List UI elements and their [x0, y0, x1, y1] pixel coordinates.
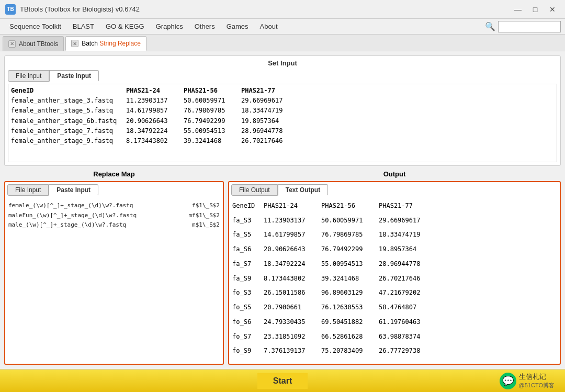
output-cell: 39.3241468	[321, 274, 379, 288]
set-input-data-area[interactable]: GeneIDPHAS21-24PHAS21-56PHAS21-77female_…	[8, 84, 557, 162]
tab-close-about[interactable]: ✕	[8, 40, 16, 48]
output-cell: 11.23903137	[264, 216, 321, 230]
bottom-panels: Replace Map File Input Paste Input femal…	[4, 170, 561, 365]
replace-map-box: File Input Paste Input female_(\w)[^_]+_…	[4, 181, 224, 365]
output-cell: fa_S3	[232, 216, 264, 230]
watermark-sub: @51CTO博客	[519, 382, 555, 389]
set-input-file-tab[interactable]: File Input	[8, 70, 49, 82]
output-cell: 61.19760463	[379, 317, 436, 332]
tab-bar: ✕ About TBtools ✕ Batch String Replace	[0, 35, 565, 51]
search-area: 🔍	[485, 21, 561, 32]
output-cell: 96.89603129	[321, 288, 379, 303]
replace-map-tabs: File Input Paste Input	[7, 184, 221, 196]
set-input-title: Set Input	[8, 59, 557, 67]
replace-map-title: Replace Map	[4, 170, 224, 178]
output-cell: PHAS21-56	[321, 201, 379, 216]
tab-about-label: About TBtools	[19, 40, 58, 48]
output-cell: 18.33474719	[379, 230, 436, 244]
output-cell: 23.31851092	[264, 332, 321, 346]
title-bar: TB TBtools (Toolbox for Biologists) v0.6…	[0, 0, 565, 19]
output-cell: 20.7900661	[264, 303, 321, 317]
tab-about-tbtools[interactable]: ✕ About TBtools	[3, 36, 64, 51]
replace-map-panel: Replace Map File Input Paste Input femal…	[4, 170, 224, 365]
menu-go-kegg[interactable]: GO & KEGG	[100, 20, 150, 32]
output-cell: fa_S5	[232, 230, 264, 244]
output-cell: fo_S3	[232, 288, 264, 303]
output-cell: fo_S9	[232, 346, 264, 361]
search-button[interactable]: 🔍	[485, 21, 495, 31]
replace-row: maleFun_(\w)[^_]+_stage_(\d)\w?.fastqmf$…	[8, 211, 220, 221]
watermark: 💬 生信札记 @51CTO博客	[500, 372, 555, 389]
set-input-row: female_anther_stage_9.fastq8.17344380239…	[11, 136, 554, 146]
menu-blast[interactable]: BLAST	[67, 20, 99, 32]
output-cell: PHAS21-77	[379, 201, 436, 216]
menu-sequence-toolkit[interactable]: Sequence Toolkit	[4, 20, 66, 32]
replace-row: male_(\w)[^_]+_stage_(\d)\w?.fastqm$1\_S…	[8, 220, 220, 230]
set-input-row: GeneIDPHAS21-24PHAS21-56PHAS21-77	[11, 86, 554, 96]
watermark-name: 生信札记	[519, 372, 555, 382]
output-cell: 19.8957364	[379, 244, 436, 259]
set-input-section: Set Input File Input Paste Input GeneIDP…	[4, 55, 561, 166]
output-cell: 8.173443802	[264, 274, 321, 288]
output-text-tab[interactable]: Text Output	[278, 184, 328, 196]
output-cell: 55.00954513	[321, 259, 379, 274]
output-cell: 76.79869785	[321, 230, 379, 244]
output-cell: 76.79492299	[321, 244, 379, 259]
tab-close-batch[interactable]: ✕	[71, 40, 78, 47]
output-cell: 29.66969617	[379, 216, 436, 230]
replace-file-tab[interactable]: File Input	[7, 184, 49, 196]
output-cell: fo_S5	[232, 303, 264, 317]
output-panel: Output File Output Text Output GeneIDPHA…	[228, 170, 561, 365]
set-input-row: female_anther_stage_6b.fastq20.906266437…	[11, 116, 554, 126]
output-cell: fa_S9	[232, 274, 264, 288]
output-cell: PHAS21-24	[264, 201, 321, 216]
set-input-tabs: File Input Paste Input	[8, 70, 557, 82]
menu-others[interactable]: Others	[189, 20, 220, 32]
menu-games[interactable]: Games	[221, 20, 254, 32]
set-input-paste-tab[interactable]: Paste Input	[49, 70, 99, 82]
restore-button[interactable]: □	[528, 3, 543, 16]
output-box: File Output Text Output GeneIDPHAS21-24P…	[228, 181, 561, 365]
output-cell: 75.20783409	[321, 346, 379, 361]
start-bar: Start 💬 生信札记 @51CTO博客	[0, 369, 565, 392]
output-cell: fa_S7	[232, 259, 264, 274]
start-button[interactable]: Start	[257, 373, 308, 389]
title-bar-left: TB TBtools (Toolbox for Biologists) v0.6…	[5, 4, 140, 15]
replace-row: female_(\w)[^_]+_stage_(\d)\w?.fastqf$1\…	[8, 201, 220, 211]
menu-graphics[interactable]: Graphics	[151, 20, 188, 32]
output-cell: 66.52861628	[321, 332, 379, 346]
minimize-button[interactable]: —	[511, 3, 525, 16]
output-cell: 63.98878374	[379, 332, 436, 346]
window-title: TBtools (Toolbox for Biologists) v0.6742	[20, 5, 140, 13]
output-cell: 7.376139137	[264, 346, 321, 361]
output-cell: 14.61799857	[264, 230, 321, 244]
tab-batch-word: Batch	[82, 40, 99, 47]
output-cell: 24.79330435	[264, 317, 321, 332]
window-controls: — □ ✕	[511, 3, 560, 16]
output-cell: 20.90626643	[264, 244, 321, 259]
tab-string-word: String Replace	[99, 40, 141, 47]
output-cell: 18.34792224	[264, 259, 321, 274]
tab-batch-label: Batch String Replace	[82, 40, 141, 47]
set-input-row: female_anther_stage_3.fastq11.2390313750…	[11, 96, 554, 106]
close-button[interactable]: ✕	[545, 3, 560, 16]
output-cell: fa_S6	[232, 244, 264, 259]
output-data-area[interactable]: GeneIDPHAS21-24PHAS21-56PHAS21-77fa_S311…	[231, 200, 558, 362]
output-cell: 50.60059971	[321, 216, 379, 230]
main-content: Set Input File Input Paste Input GeneIDP…	[0, 51, 565, 369]
output-cell: 69.50451882	[321, 317, 379, 332]
replace-data-area[interactable]: female_(\w)[^_]+_stage_(\d)\w?.fastqf$1\…	[7, 200, 221, 362]
output-cell: 47.21679202	[379, 288, 436, 303]
output-file-tab[interactable]: File Output	[231, 184, 278, 196]
output-cell: 26.15011586	[264, 288, 321, 303]
output-cell: 26.70217646	[379, 274, 436, 288]
tab-batch-string-replace[interactable]: ✕ Batch String Replace	[65, 36, 146, 51]
menu-about[interactable]: About	[255, 20, 283, 32]
wechat-icon: 💬	[500, 373, 516, 389]
set-input-row: female_anther_stage_7.fastq18.3479222455…	[11, 126, 554, 136]
replace-paste-tab[interactable]: Paste Input	[49, 184, 98, 196]
output-cell: fo_S7	[232, 332, 264, 346]
output-cell: 28.96944778	[379, 259, 436, 274]
output-cell: 26.77729738	[379, 346, 436, 361]
search-input[interactable]	[498, 21, 561, 32]
